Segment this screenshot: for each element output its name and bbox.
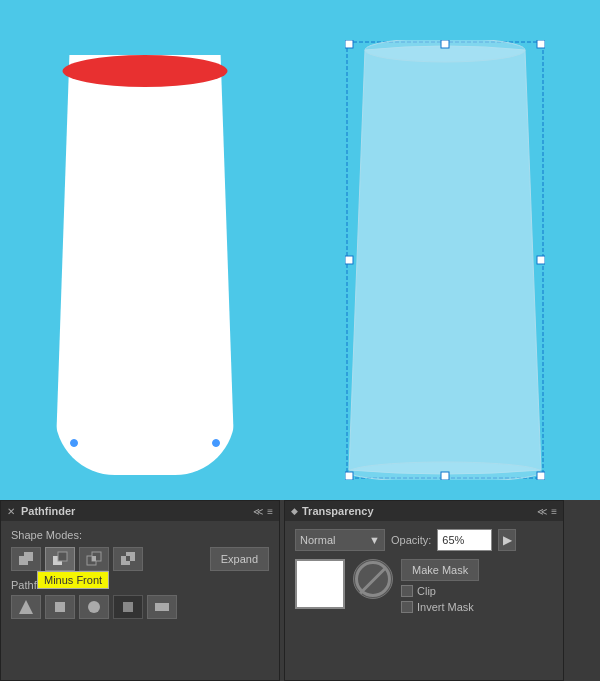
invert-mask-checkbox-row: Invert Mask bbox=[401, 601, 479, 613]
unite-btn[interactable] bbox=[11, 547, 41, 571]
pathfinder-close-icon[interactable]: ✕ bbox=[7, 506, 15, 517]
clip-label: Clip bbox=[417, 585, 436, 597]
svg-rect-7 bbox=[537, 256, 545, 264]
svg-rect-12 bbox=[24, 552, 33, 561]
pf-btn-5[interactable] bbox=[147, 595, 177, 619]
svg-rect-5 bbox=[537, 40, 545, 48]
opacity-label: Opacity: bbox=[391, 534, 431, 546]
pf-btn-1[interactable] bbox=[11, 595, 41, 619]
minus-front-btn[interactable] bbox=[45, 547, 75, 571]
svg-rect-4 bbox=[441, 40, 449, 48]
pathfinder-btns-row: Minus Front bbox=[11, 595, 269, 619]
mask-options: Make Mask Clip Invert Mask bbox=[401, 559, 479, 613]
selection-anchor-bottom-left bbox=[70, 439, 78, 447]
transparency-titlebar: ◆ Transparency ≪ ≡ bbox=[285, 501, 563, 521]
svg-rect-6 bbox=[345, 256, 353, 264]
panels-area: ✕ Pathfinder ≪ ≡ Shape Modes: bbox=[0, 500, 600, 681]
svg-rect-25 bbox=[155, 603, 169, 611]
blend-mode-value: Normal bbox=[300, 534, 335, 546]
blend-mode-dropdown[interactable]: Normal ▼ bbox=[295, 529, 385, 551]
mask-thumbnail[interactable] bbox=[295, 559, 345, 609]
svg-marker-21 bbox=[19, 600, 33, 614]
opacity-arrow-btn[interactable]: ▶ bbox=[498, 529, 516, 551]
transparency-controls-row: Normal ▼ Opacity: 65% ▶ bbox=[295, 529, 553, 551]
transparency-panel: ◆ Transparency ≪ ≡ Normal ▼ Opacity: 65% bbox=[284, 500, 564, 681]
transparency-mask-row: Make Mask Clip Invert Mask bbox=[295, 559, 553, 613]
invert-mask-label: Invert Mask bbox=[417, 601, 474, 613]
make-mask-button[interactable]: Make Mask bbox=[401, 559, 479, 581]
clip-checkbox-row: Clip bbox=[401, 585, 479, 597]
selection-anchor-bottom-right bbox=[212, 439, 220, 447]
svg-rect-20 bbox=[126, 556, 130, 561]
opacity-input[interactable]: 65% bbox=[437, 529, 492, 551]
svg-rect-22 bbox=[55, 602, 65, 612]
transparency-diamond-icon: ◆ bbox=[291, 506, 298, 516]
transparency-title: Transparency bbox=[302, 505, 374, 517]
transparency-body: Normal ▼ Opacity: 65% ▶ bbox=[285, 521, 563, 621]
clip-checkbox[interactable] bbox=[401, 585, 413, 597]
right-cup-wrapper bbox=[345, 40, 545, 480]
pf-btn-4[interactable] bbox=[113, 595, 143, 619]
cup-top-ellipse bbox=[63, 55, 228, 87]
exclude-btn[interactable] bbox=[113, 547, 143, 571]
pf-btn-3[interactable] bbox=[79, 595, 109, 619]
minus-front-tooltip: Minus Front bbox=[37, 571, 109, 589]
svg-rect-10 bbox=[537, 472, 545, 480]
svg-rect-3 bbox=[345, 40, 353, 48]
shape-modes-row: Expand bbox=[11, 547, 269, 571]
intersect-btn[interactable] bbox=[79, 547, 109, 571]
shape-modes-label: Shape Modes: bbox=[11, 529, 269, 541]
invert-mask-checkbox[interactable] bbox=[401, 601, 413, 613]
pf-btn-2[interactable] bbox=[45, 595, 75, 619]
svg-rect-14 bbox=[58, 552, 67, 561]
right-cup-svg bbox=[345, 40, 545, 480]
pathfinder-collapse-icon[interactable]: ≪ bbox=[253, 506, 263, 517]
dropdown-arrow-icon: ▼ bbox=[369, 534, 380, 546]
svg-point-23 bbox=[88, 601, 100, 613]
cup-body bbox=[55, 55, 235, 475]
svg-rect-9 bbox=[441, 472, 449, 480]
pathfinder-title: Pathfinder bbox=[21, 505, 75, 517]
expand-button[interactable]: Expand bbox=[210, 547, 269, 571]
pathfinder-panel: ✕ Pathfinder ≪ ≡ Shape Modes: bbox=[0, 500, 280, 681]
left-cup bbox=[55, 55, 235, 475]
svg-rect-17 bbox=[92, 556, 96, 561]
transparency-menu-icon[interactable]: ≡ bbox=[551, 506, 557, 517]
svg-rect-24 bbox=[123, 602, 133, 612]
pathfinder-body: Shape Modes: bbox=[1, 521, 279, 627]
canvas-area bbox=[0, 0, 600, 500]
transparency-collapse-icon[interactable]: ≪ bbox=[537, 506, 547, 517]
pathfinder-titlebar: ✕ Pathfinder ≪ ≡ bbox=[1, 501, 279, 521]
no-mask-icon bbox=[353, 559, 393, 599]
pathfinder-menu-icon[interactable]: ≡ bbox=[267, 506, 273, 517]
svg-rect-8 bbox=[345, 472, 353, 480]
